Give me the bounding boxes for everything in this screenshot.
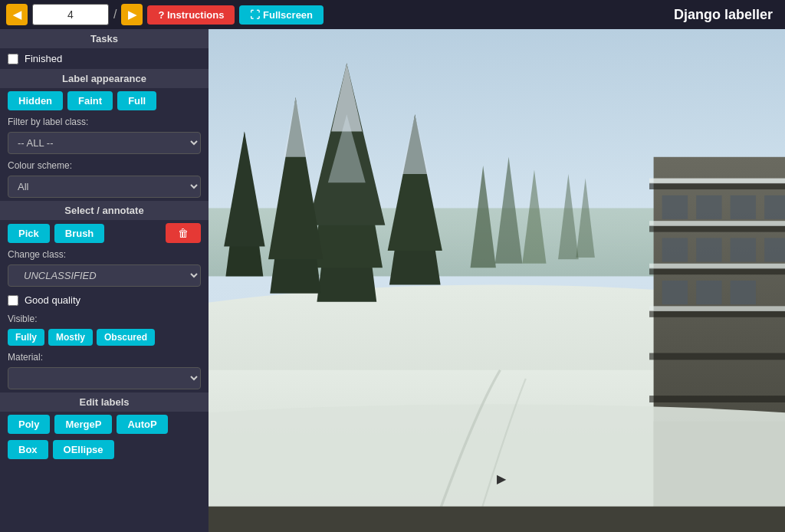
main-content: Tasks Finished Label appearance Hidden F… (0, 29, 785, 532)
svg-rect-32 (649, 306, 785, 311)
class-select[interactable]: UNCLASSIFIED (8, 264, 201, 287)
svg-rect-42 (696, 281, 721, 304)
material-row (0, 364, 209, 392)
svg-rect-41 (662, 281, 688, 304)
svg-rect-37 (662, 238, 688, 261)
instructions-button[interactable]: ? Instructions (147, 5, 235, 25)
trees-svg (209, 29, 785, 532)
image-area: ▶ (209, 29, 785, 532)
page-separator: / (113, 8, 117, 21)
cursor: ▶ (497, 471, 506, 486)
fully-button[interactable]: Fully (8, 329, 44, 346)
fullscreen-button[interactable]: ⛶ Fullscreen (239, 5, 324, 25)
svg-rect-38 (696, 238, 721, 261)
filter-label: Filter by label class: (0, 113, 209, 129)
delete-button[interactable]: 🗑 (166, 223, 201, 243)
edit-labels-buttons-2: Box OEllipse (0, 437, 209, 462)
svg-rect-25 (649, 268, 785, 274)
poly-button[interactable]: Poly (8, 415, 50, 434)
svg-rect-27 (649, 353, 785, 360)
svg-rect-28 (649, 396, 785, 402)
autop-button[interactable]: AutoP (117, 415, 167, 434)
oellipse-button[interactable]: OEllipse (53, 440, 114, 459)
select-annotate-header: Select / annotate (0, 201, 209, 220)
svg-rect-33 (662, 195, 688, 219)
finished-row: Finished (0, 48, 209, 69)
instructions-label: ? Instructions (158, 9, 224, 21)
svg-rect-31 (649, 264, 785, 269)
colour-scheme-label: Colour scheme: (0, 157, 209, 172)
good-quality-label: Good quality (25, 294, 80, 306)
svg-rect-30 (649, 221, 785, 226)
material-select[interactable] (8, 367, 201, 389)
svg-rect-35 (731, 195, 756, 219)
colour-scheme-select[interactable]: All (8, 176, 201, 198)
winter-scene: ▶ (209, 29, 785, 532)
obscured-button[interactable]: Obscured (97, 329, 155, 346)
finished-checkbox[interactable] (8, 54, 18, 64)
mergep-button[interactable]: MergeP (54, 415, 112, 434)
next-button[interactable]: ▶ (121, 4, 143, 25)
filter-select[interactable]: -- ALL -- (8, 132, 201, 154)
box-button[interactable]: Box (8, 440, 48, 459)
svg-rect-23 (649, 182, 785, 189)
prev-button[interactable]: ◀ (6, 4, 28, 25)
change-class-label: Change class: (0, 246, 209, 261)
brush-button[interactable]: Brush (54, 224, 105, 243)
svg-rect-29 (649, 179, 785, 184)
app-title: Django labeller (674, 7, 773, 23)
finished-label: Finished (25, 53, 62, 64)
faint-button[interactable]: Faint (67, 91, 113, 110)
svg-rect-24 (649, 225, 785, 232)
unclassified-row: UNCLASSIFIED (0, 261, 209, 290)
colour-scheme-select-row: All (0, 172, 209, 201)
svg-rect-40 (764, 238, 785, 261)
svg-rect-26 (649, 310, 785, 317)
svg-rect-34 (696, 195, 721, 219)
hidden-button[interactable]: Hidden (8, 91, 63, 110)
edit-labels-buttons: Poly MergeP AutoP (0, 412, 209, 437)
pick-brush-row: Pick Brush 🗑 (0, 220, 209, 246)
label-appearance-header: Label appearance (0, 69, 209, 88)
good-quality-checkbox[interactable] (8, 295, 18, 306)
mostly-button[interactable]: Mostly (48, 329, 93, 346)
svg-rect-36 (764, 195, 785, 219)
fullscreen-label: ⛶ Fullscreen (250, 9, 313, 21)
sidebar: Tasks Finished Label appearance Hidden F… (0, 29, 209, 532)
material-label: Material: (0, 349, 209, 364)
filter-select-row: -- ALL -- (0, 129, 209, 157)
visible-label: Visible: (0, 310, 209, 326)
svg-rect-39 (731, 238, 756, 261)
label-appearance-buttons: Hidden Faint Full (0, 88, 209, 113)
svg-rect-43 (731, 281, 756, 304)
visible-buttons: Fully Mostly Obscured (0, 326, 209, 349)
good-quality-row: Good quality (0, 290, 209, 310)
top-bar: ◀ / ▶ ? Instructions ⛶ Fullscreen Django… (0, 0, 785, 29)
page-input[interactable] (32, 4, 109, 25)
tasks-header: Tasks (0, 29, 209, 48)
full-button[interactable]: Full (117, 91, 156, 110)
edit-labels-header: Edit labels (0, 392, 209, 412)
svg-rect-46 (209, 507, 785, 532)
pick-button[interactable]: Pick (8, 224, 50, 243)
